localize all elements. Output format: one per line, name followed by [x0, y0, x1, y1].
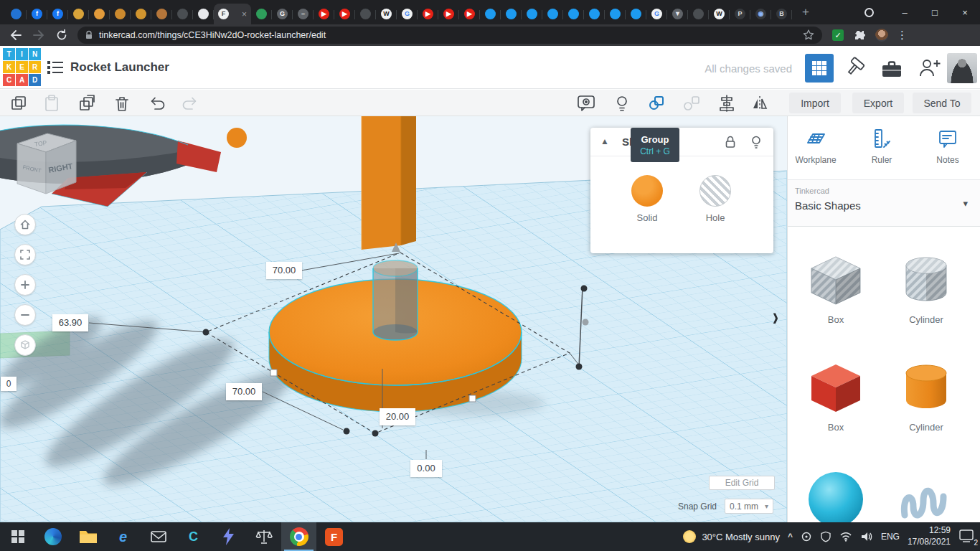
mirror-button[interactable] — [750, 93, 770, 113]
window-maximize-button[interactable]: □ — [920, 0, 950, 24]
paste-button[interactable] — [42, 93, 62, 113]
browser-tab[interactable] — [688, 4, 709, 24]
browser-menu-icon[interactable]: ⋮ — [897, 29, 907, 42]
redo-button[interactable] — [179, 93, 199, 113]
edge-icon[interactable] — [35, 522, 70, 551]
browser-tab[interactable]: ▶ — [418, 4, 438, 24]
browser-tab[interactable]: ▶ — [438, 4, 459, 24]
delete-button[interactable] — [112, 93, 132, 113]
notes-tool[interactable]: Notes — [926, 128, 969, 165]
tray-wifi-icon[interactable] — [839, 532, 852, 542]
browser-tab[interactable] — [131, 4, 151, 24]
browser-profile-avatar[interactable] — [875, 29, 888, 42]
browser-tab[interactable] — [605, 4, 626, 24]
bolt-app-icon[interactable] — [211, 522, 246, 551]
language-indicator[interactable]: ENG — [881, 532, 900, 542]
internet-explorer-icon[interactable]: e — [105, 522, 141, 551]
browser-tab[interactable]: ▶ — [314, 4, 334, 24]
extensions-puzzle-icon[interactable] — [852, 28, 867, 42]
start-button[interactable] — [0, 522, 35, 551]
shape-cylinder-striped[interactable]: Cylinder — [890, 250, 962, 325]
browser-tab[interactable] — [251, 4, 272, 24]
file-explorer-icon[interactable] — [70, 522, 105, 551]
mail-icon[interactable] — [141, 522, 176, 551]
browser-tab[interactable]: ▶ — [334, 4, 355, 24]
shape-cylinder-orange[interactable]: Cylinder — [890, 357, 962, 433]
shape-box-red[interactable]: Box — [800, 357, 872, 433]
send-to-button[interactable]: Send To — [913, 93, 971, 113]
tray-expand-caret[interactable]: ^ — [788, 532, 793, 542]
user-avatar[interactable] — [947, 53, 977, 83]
browser-tab[interactable] — [522, 4, 542, 24]
browser-tab[interactable]: G — [272, 4, 293, 24]
shape-category-dropdown[interactable]: Tinkercad Basic Shapes ▾ — [788, 179, 980, 227]
chrome-icon[interactable] — [281, 522, 316, 551]
menu-list-icon[interactable] — [46, 59, 65, 76]
dimension-height-field[interactable]: 20.00 — [380, 408, 415, 425]
browser-tab[interactable] — [89, 4, 110, 24]
add-person-icon[interactable] — [917, 56, 941, 80]
browser-tab-active[interactable]: F× — [214, 4, 251, 24]
browser-tab[interactable] — [172, 4, 193, 24]
dimension-ruler-field[interactable]: 63.90 — [52, 314, 88, 331]
bookmark-star-icon[interactable] — [802, 29, 815, 42]
tinkercad-logo[interactable]: TINKERCAD — [3, 48, 42, 87]
tray-shield-icon[interactable] — [820, 531, 831, 542]
browser-tab[interactable] — [110, 4, 131, 24]
media-controls-icon[interactable] — [864, 8, 874, 17]
dimension-origin-field[interactable]: 0 — [1, 377, 17, 391]
mallet-icon[interactable] — [844, 56, 868, 80]
forward-icon[interactable] — [32, 28, 46, 42]
tray-speaker-icon[interactable] — [860, 531, 873, 542]
lock-icon[interactable] — [722, 134, 738, 150]
lightbulb-icon[interactable] — [748, 134, 764, 150]
browser-tab[interactable] — [6, 4, 27, 24]
view-cube[interactable]: TOP FRONT RIGHT — [17, 133, 76, 194]
browser-tab[interactable] — [480, 4, 501, 24]
reload-icon[interactable] — [55, 28, 69, 42]
collapse-caret-icon[interactable]: ▲ — [600, 136, 609, 146]
copy-button[interactable] — [9, 93, 29, 113]
hole-swatch-icon[interactable] — [699, 175, 731, 207]
dashboard-grid-button[interactable] — [805, 54, 834, 83]
browser-tab[interactable] — [501, 4, 522, 24]
browser-tab[interactable]: G — [397, 4, 418, 24]
dimension-width-field[interactable]: 70.00 — [266, 262, 302, 279]
tray-target-icon[interactable] — [801, 531, 812, 542]
app-c-icon[interactable]: C — [176, 522, 211, 551]
dimension-elevation-field[interactable]: 0.00 — [410, 460, 442, 477]
window-minimize-button[interactable]: – — [890, 0, 920, 24]
taskbar-clock[interactable]: 12:59 17/08/2021 — [908, 525, 951, 547]
align-button[interactable] — [717, 93, 737, 113]
browser-tab[interactable]: G — [646, 4, 667, 24]
weather-text[interactable]: 30°C Mostly sunny — [702, 532, 780, 542]
browser-tab[interactable] — [193, 4, 214, 24]
browser-tab[interactable] — [584, 4, 605, 24]
solid-option[interactable]: Solid — [626, 175, 669, 223]
ruler-tool[interactable]: Ruler — [860, 128, 903, 165]
hole-cylinder-shape[interactable] — [373, 260, 418, 340]
undo-button[interactable] — [148, 93, 168, 113]
shape-scribble-blue[interactable] — [890, 468, 962, 522]
browser-tab[interactable] — [563, 4, 584, 24]
browser-tab[interactable]: P — [730, 4, 750, 24]
browser-tab[interactable] — [542, 4, 563, 24]
zoom-out-button[interactable] — [14, 304, 36, 326]
shape-sphere-teal[interactable] — [800, 468, 872, 522]
solid-swatch-icon[interactable] — [631, 175, 663, 207]
browser-tab[interactable] — [626, 4, 646, 24]
dimension-depth-field[interactable]: 70.00 — [226, 383, 262, 400]
browser-tab[interactable]: f — [27, 4, 47, 24]
browser-tab[interactable]: ▶ — [459, 4, 480, 24]
group-button[interactable] — [646, 93, 666, 113]
browser-tab[interactable]: – — [293, 4, 314, 24]
export-button[interactable]: Export — [852, 93, 904, 113]
snap-grid-dropdown[interactable]: 0.1 mm ▾ — [725, 499, 773, 514]
show-all-icon[interactable] — [576, 93, 596, 113]
duplicate-button[interactable] — [77, 93, 98, 113]
panel-collapse-chevron[interactable]: › — [773, 302, 778, 332]
browser-tab[interactable]: W — [709, 4, 730, 24]
home-view-button[interactable] — [14, 214, 36, 235]
view-mode-toggle[interactable] — [14, 334, 36, 356]
browser-tab[interactable] — [151, 4, 172, 24]
